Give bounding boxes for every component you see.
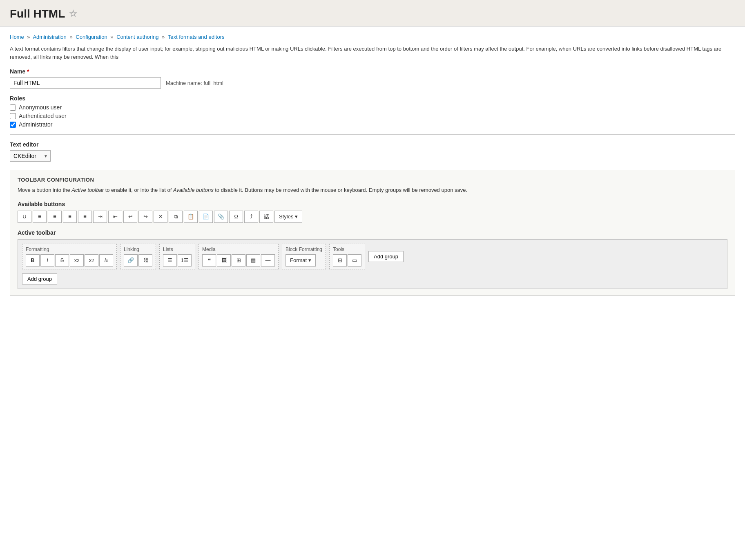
editor-select[interactable]: CKEditor None (10, 150, 51, 162)
btn-paste-word[interactable]: 📎 (214, 211, 228, 223)
btn-remove-format[interactable]: Ix (99, 254, 113, 267)
available-buttons-row: U ≡ ≡ ≡ ≡ ⇥ ⇤ ↩ ↪ ✕ ⧉ 📋 📄 📎 Ω ⤴ 話 Styles… (18, 211, 727, 223)
required-star: * (27, 68, 29, 75)
toolbar-config-box: TOOLBAR CONFIGURATION Move a button into… (10, 170, 735, 296)
name-input[interactable] (10, 77, 161, 89)
group-formatting: Formatting B I S x2 x2 Ix (22, 244, 117, 269)
btn-maximize[interactable]: ⤴ (244, 211, 258, 223)
btn-styles[interactable]: Styles ▾ (274, 211, 302, 223)
group-media-title: Media (202, 247, 275, 252)
favorite-star-icon[interactable]: ☆ (69, 9, 77, 19)
breadcrumb-text-formats[interactable]: Text formats and editors (168, 34, 225, 40)
group-tools-buttons: ⊞ ▭ (333, 254, 361, 267)
btn-cut[interactable]: ✕ (154, 211, 167, 223)
btn-strikethrough[interactable]: S (55, 254, 69, 267)
btn-justify-right[interactable]: ≡ (63, 211, 77, 223)
group-tools-title: Tools (333, 247, 361, 252)
btn-justify-block[interactable]: ≡ (78, 211, 92, 223)
breadcrumb-administration[interactable]: Administration (33, 34, 66, 40)
group-block-formatting-title: Block Formatting (286, 247, 322, 252)
btn-table-tools[interactable]: ▦ (246, 254, 260, 267)
text-editor-section: Text editor CKEditor None (10, 141, 735, 162)
btn-unlink[interactable]: ⛓ (138, 254, 152, 267)
role-authenticated-row: Authenticated user (10, 113, 735, 119)
role-anonymous-row: Anonymous user (10, 104, 735, 111)
roles-label: Roles (10, 95, 735, 102)
breadcrumb-sep-3: » (110, 34, 113, 40)
btn-bold[interactable]: B (26, 254, 40, 267)
btn-image[interactable]: 🖼 (217, 254, 231, 267)
group-tools: Tools ⊞ ▭ (329, 244, 365, 269)
name-field-label: Name * (10, 68, 735, 75)
active-toolbar-label: Active toolbar (18, 229, 727, 236)
toolbar-config-title: TOOLBAR CONFIGURATION (18, 177, 727, 183)
role-administrator-row: Administrator (10, 121, 735, 128)
add-group-button-top[interactable]: Add group (368, 251, 404, 262)
group-lists-buttons: ☰ 1☰ (163, 254, 192, 267)
text-editor-label: Text editor (10, 141, 735, 148)
btn-superscript[interactable]: x2 (70, 254, 84, 267)
available-buttons-label: Available buttons (18, 201, 727, 207)
role-anonymous-checkbox[interactable] (10, 104, 16, 111)
group-lists-title: Lists (163, 247, 192, 252)
group-linking-buttons: 🔗 ⛓ (124, 254, 152, 267)
group-block-formatting: Block Formatting Format ▾ (282, 244, 326, 269)
role-administrator-checkbox[interactable] (10, 122, 16, 128)
btn-copy[interactable]: ⧉ (169, 211, 183, 223)
role-administrator-label: Administrator (19, 121, 52, 128)
btn-justify-center[interactable]: ≡ (48, 211, 62, 223)
btn-format[interactable]: Format ▾ (286, 254, 316, 267)
btn-bulleted-list[interactable]: ☰ (163, 254, 177, 267)
btn-outdent[interactable]: ⇤ (108, 211, 122, 223)
active-toolbar-area: Formatting B I S x2 x2 Ix Linking 🔗 ⛓ (18, 239, 727, 289)
toolbar-config-desc: Move a button into the Active toolbar to… (18, 186, 727, 194)
btn-numbered-list[interactable]: 1☰ (178, 254, 192, 267)
breadcrumb: Home » Administration » Configuration » … (10, 34, 735, 40)
page-title-area: Full HTML ☆ (10, 7, 735, 20)
divider-1 (10, 134, 735, 135)
btn-italic[interactable]: I (40, 254, 54, 267)
btn-horizontal-rule[interactable]: — (261, 254, 275, 267)
breadcrumb-sep-2: » (69, 34, 72, 40)
btn-show-blocks[interactable]: ⊞ (333, 254, 347, 267)
btn-justify-left[interactable]: ≡ (33, 211, 47, 223)
btn-subscript[interactable]: x2 (85, 254, 98, 267)
group-formatting-title: Formatting (26, 247, 113, 252)
btn-language[interactable]: 話 (259, 211, 273, 223)
role-authenticated-checkbox[interactable] (10, 113, 16, 119)
role-authenticated-label: Authenticated user (19, 113, 67, 119)
breadcrumb-home[interactable]: Home (10, 34, 24, 40)
btn-underline[interactable]: U (18, 211, 31, 223)
group-block-formatting-buttons: Format ▾ (286, 254, 322, 267)
role-anonymous-label: Anonymous user (19, 104, 62, 111)
btn-link[interactable]: 🔗 (124, 254, 138, 267)
btn-special-char[interactable]: Ω (229, 211, 243, 223)
breadcrumb-configuration[interactable]: Configuration (76, 34, 107, 40)
btn-undo[interactable]: ↩ (123, 211, 137, 223)
breadcrumb-sep-4: » (162, 34, 165, 40)
group-formatting-buttons: B I S x2 x2 Ix (26, 254, 113, 267)
btn-redo[interactable]: ↪ (138, 211, 152, 223)
group-lists: Lists ☰ 1☰ (159, 244, 195, 269)
roles-section: Roles Anonymous user Authenticated user … (10, 95, 735, 128)
page-description: A text format contains filters that chan… (10, 45, 735, 61)
breadcrumb-sep-1: » (27, 34, 30, 40)
editor-select-wrapper[interactable]: CKEditor None (10, 150, 51, 162)
page-title: Full HTML (10, 7, 65, 20)
btn-table[interactable]: ⊞ (232, 254, 245, 267)
btn-paste[interactable]: 📋 (184, 211, 198, 223)
btn-paste-text[interactable]: 📄 (199, 211, 213, 223)
btn-indent[interactable]: ⇥ (93, 211, 107, 223)
group-media-buttons: ❝ 🖼 ⊞ ▦ — (202, 254, 275, 267)
group-linking: Linking 🔗 ⛓ (120, 244, 156, 269)
btn-source[interactable]: ▭ (348, 254, 361, 267)
breadcrumb-content-authoring[interactable]: Content authoring (116, 34, 158, 40)
btn-blockquote[interactable]: ❝ (202, 254, 216, 267)
machine-name-label: Machine name: full_html (166, 80, 223, 86)
group-media: Media ❝ 🖼 ⊞ ▦ — (199, 244, 279, 269)
toolbar-groups-row: Formatting B I S x2 x2 Ix Linking 🔗 ⛓ (22, 244, 723, 269)
group-linking-title: Linking (124, 247, 152, 252)
name-row: Machine name: full_html (10, 77, 735, 89)
add-group-button-bottom[interactable]: Add group (22, 273, 57, 284)
bottom-add-group-area: Add group (22, 273, 723, 284)
